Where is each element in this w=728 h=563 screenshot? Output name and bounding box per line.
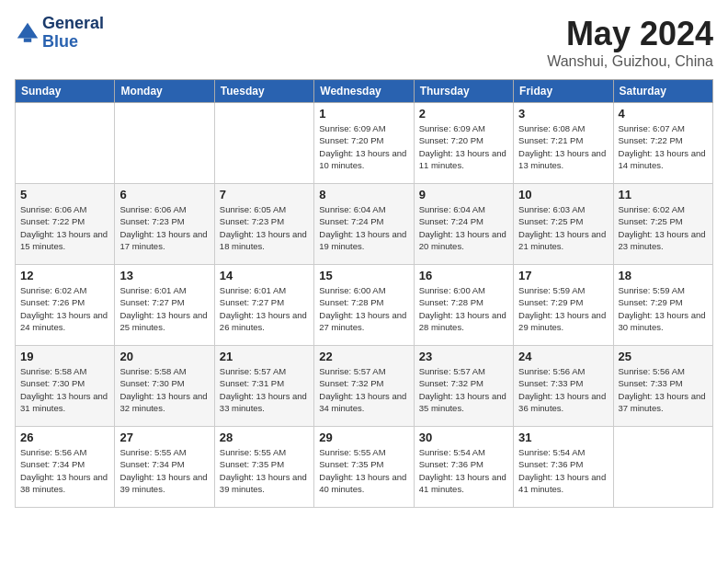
day-detail: Sunrise: 5:56 AMSunset: 7:33 PMDaylight:…: [619, 365, 708, 414]
day-detail: Sunrise: 5:57 AMSunset: 7:31 PMDaylight:…: [220, 365, 309, 414]
day-number: 13: [119, 269, 209, 282]
day-number: 16: [419, 269, 508, 282]
calendar-day-cell: 29Sunrise: 5:55 AMSunset: 7:35 PMDayligh…: [314, 427, 414, 508]
day-number: 11: [619, 188, 708, 201]
day-number: 14: [220, 269, 309, 282]
svg-rect-1: [24, 38, 31, 41]
day-number: 1: [319, 107, 408, 121]
day-detail: Sunrise: 6:03 AMSunset: 7:25 PMDaylight:…: [518, 203, 608, 252]
svg-marker-0: [17, 23, 38, 39]
calendar-day-cell: 26Sunrise: 5:56 AMSunset: 7:34 PMDayligh…: [16, 427, 115, 508]
calendar-day-cell: 9Sunrise: 6:04 AMSunset: 7:24 PMDaylight…: [414, 184, 513, 265]
location-title: Wanshui, Guizhou, China: [547, 53, 713, 70]
day-of-week-header: Tuesday: [214, 80, 313, 103]
day-detail: Sunrise: 6:04 AMSunset: 7:24 PMDaylight:…: [319, 203, 408, 252]
day-detail: Sunrise: 6:07 AMSunset: 7:22 PMDaylight:…: [619, 122, 708, 171]
day-of-week-header: Saturday: [613, 80, 712, 103]
day-number: 19: [20, 350, 109, 363]
day-detail: Sunrise: 5:54 AMSunset: 7:36 PMDaylight:…: [419, 446, 508, 495]
calendar-day-cell: [214, 103, 313, 184]
day-detail: Sunrise: 5:59 AMSunset: 7:29 PMDaylight:…: [619, 284, 708, 333]
day-number: 15: [319, 269, 408, 282]
calendar-day-cell: 27Sunrise: 5:55 AMSunset: 7:34 PMDayligh…: [115, 427, 214, 508]
day-number: 29: [319, 431, 408, 444]
day-detail: Sunrise: 6:00 AMSunset: 7:28 PMDaylight:…: [419, 284, 508, 333]
day-of-week-header: Monday: [115, 80, 214, 103]
day-detail: Sunrise: 5:57 AMSunset: 7:32 PMDaylight:…: [419, 365, 508, 414]
calendar-day-cell: [115, 103, 214, 184]
calendar-day-cell: 22Sunrise: 5:57 AMSunset: 7:32 PMDayligh…: [314, 346, 414, 427]
title-block: May 2024 Wanshui, Guizhou, China: [547, 15, 713, 70]
page-header: General Blue May 2024 Wanshui, Guizhou, …: [15, 15, 713, 70]
day-number: 21: [220, 350, 309, 363]
calendar-day-cell: 4Sunrise: 6:07 AMSunset: 7:22 PMDaylight…: [613, 103, 712, 184]
calendar-day-cell: 28Sunrise: 5:55 AMSunset: 7:35 PMDayligh…: [214, 427, 313, 508]
day-number: 20: [119, 350, 209, 363]
day-number: 2: [419, 107, 508, 121]
logo-icon: [15, 20, 40, 46]
day-number: 30: [419, 431, 508, 444]
calendar-day-cell: 21Sunrise: 5:57 AMSunset: 7:31 PMDayligh…: [214, 346, 313, 427]
calendar-day-cell: 17Sunrise: 5:59 AMSunset: 7:29 PMDayligh…: [514, 265, 613, 346]
day-detail: Sunrise: 6:09 AMSunset: 7:20 PMDaylight:…: [419, 122, 508, 171]
calendar-day-cell: 15Sunrise: 6:00 AMSunset: 7:28 PMDayligh…: [314, 265, 414, 346]
calendar-day-cell: 30Sunrise: 5:54 AMSunset: 7:36 PMDayligh…: [414, 427, 513, 508]
calendar-week-row: 1Sunrise: 6:09 AMSunset: 7:20 PMDaylight…: [16, 103, 713, 184]
calendar-day-cell: 23Sunrise: 5:57 AMSunset: 7:32 PMDayligh…: [414, 346, 513, 427]
calendar-day-cell: 6Sunrise: 6:06 AMSunset: 7:23 PMDaylight…: [115, 184, 214, 265]
calendar-day-cell: [16, 103, 115, 184]
day-number: 6: [119, 188, 209, 201]
day-number: 27: [119, 431, 209, 444]
calendar-day-cell: 18Sunrise: 5:59 AMSunset: 7:29 PMDayligh…: [613, 265, 712, 346]
day-detail: Sunrise: 6:08 AMSunset: 7:21 PMDaylight:…: [518, 122, 608, 171]
calendar-day-cell: 1Sunrise: 6:09 AMSunset: 7:20 PMDaylight…: [314, 103, 414, 184]
calendar-day-cell: 8Sunrise: 6:04 AMSunset: 7:24 PMDaylight…: [314, 184, 414, 265]
month-title: May 2024: [547, 15, 713, 53]
calendar-day-cell: 13Sunrise: 6:01 AMSunset: 7:27 PMDayligh…: [115, 265, 214, 346]
calendar-day-cell: 16Sunrise: 6:00 AMSunset: 7:28 PMDayligh…: [414, 265, 513, 346]
calendar-day-cell: 2Sunrise: 6:09 AMSunset: 7:20 PMDaylight…: [414, 103, 513, 184]
day-detail: Sunrise: 5:56 AMSunset: 7:34 PMDaylight:…: [20, 446, 109, 495]
day-detail: Sunrise: 5:58 AMSunset: 7:30 PMDaylight:…: [20, 365, 109, 414]
calendar-day-cell: 25Sunrise: 5:56 AMSunset: 7:33 PMDayligh…: [613, 346, 712, 427]
calendar-week-row: 19Sunrise: 5:58 AMSunset: 7:30 PMDayligh…: [16, 346, 713, 427]
day-number: 24: [518, 350, 608, 363]
calendar-day-cell: 10Sunrise: 6:03 AMSunset: 7:25 PMDayligh…: [514, 184, 613, 265]
calendar-header-row: SundayMondayTuesdayWednesdayThursdayFrid…: [16, 80, 713, 103]
day-detail: Sunrise: 6:02 AMSunset: 7:26 PMDaylight:…: [20, 284, 109, 333]
day-detail: Sunrise: 6:09 AMSunset: 7:20 PMDaylight:…: [319, 122, 408, 171]
day-number: 10: [518, 188, 608, 201]
day-number: 9: [419, 188, 508, 201]
day-detail: Sunrise: 5:55 AMSunset: 7:35 PMDaylight:…: [220, 446, 309, 495]
calendar-day-cell: 12Sunrise: 6:02 AMSunset: 7:26 PMDayligh…: [16, 265, 115, 346]
calendar-table: SundayMondayTuesdayWednesdayThursdayFrid…: [15, 79, 713, 508]
day-of-week-header: Wednesday: [314, 80, 414, 103]
calendar-week-row: 12Sunrise: 6:02 AMSunset: 7:26 PMDayligh…: [16, 265, 713, 346]
calendar-week-row: 5Sunrise: 6:06 AMSunset: 7:22 PMDaylight…: [16, 184, 713, 265]
day-of-week-header: Friday: [514, 80, 613, 103]
day-detail: Sunrise: 5:55 AMSunset: 7:34 PMDaylight:…: [119, 446, 209, 495]
day-number: 12: [20, 269, 109, 282]
day-detail: Sunrise: 6:02 AMSunset: 7:25 PMDaylight:…: [619, 203, 708, 252]
calendar-body: 1Sunrise: 6:09 AMSunset: 7:20 PMDaylight…: [16, 103, 713, 508]
day-detail: Sunrise: 6:06 AMSunset: 7:23 PMDaylight:…: [119, 203, 209, 252]
calendar-day-cell: 20Sunrise: 5:58 AMSunset: 7:30 PMDayligh…: [115, 346, 214, 427]
calendar-day-cell: 31Sunrise: 5:54 AMSunset: 7:36 PMDayligh…: [514, 427, 613, 508]
logo: General Blue: [15, 15, 104, 52]
calendar-day-cell: 11Sunrise: 6:02 AMSunset: 7:25 PMDayligh…: [613, 184, 712, 265]
day-number: 18: [619, 269, 708, 282]
day-detail: Sunrise: 5:54 AMSunset: 7:36 PMDaylight:…: [518, 446, 608, 495]
calendar-day-cell: 3Sunrise: 6:08 AMSunset: 7:21 PMDaylight…: [514, 103, 613, 184]
day-number: 31: [518, 431, 608, 444]
day-detail: Sunrise: 6:06 AMSunset: 7:22 PMDaylight:…: [20, 203, 109, 252]
day-number: 25: [619, 350, 708, 363]
day-detail: Sunrise: 5:58 AMSunset: 7:30 PMDaylight:…: [119, 365, 209, 414]
day-of-week-header: Sunday: [16, 80, 115, 103]
day-number: 3: [518, 107, 608, 121]
logo-text: General Blue: [42, 15, 104, 52]
day-number: 28: [220, 431, 309, 444]
day-number: 8: [319, 188, 408, 201]
day-number: 22: [319, 350, 408, 363]
calendar-day-cell: [613, 427, 712, 508]
day-detail: Sunrise: 5:59 AMSunset: 7:29 PMDaylight:…: [518, 284, 608, 333]
